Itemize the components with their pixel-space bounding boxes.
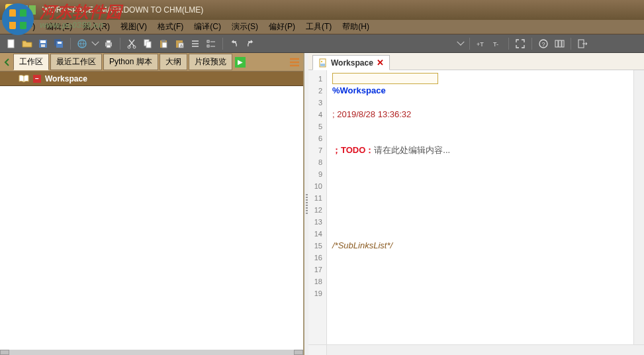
editor-tabbar: Workspace ✕ [308,53,644,70]
tab-nav-next-icon[interactable]: ▶ [235,57,246,68]
svg-rect-6 [40,40,46,43]
tab-snippet-preview[interactable]: 片段预览 [189,54,232,70]
menu-file[interactable]: 文件(F) [4,20,40,34]
svg-rect-14 [107,45,111,48]
svg-point-36 [321,60,322,62]
undo-button[interactable] [228,38,240,50]
line-number: 18 [310,276,322,287]
toolbar-separator [571,38,571,50]
menu-compile[interactable]: 编译(C) [189,20,226,34]
open-folder-button[interactable] [21,38,33,50]
columns-button[interactable] [553,38,565,50]
paste-button[interactable] [158,38,169,50]
horizontal-scrollbar[interactable] [0,350,303,355]
collapse-icon[interactable]: − [33,75,41,83]
editor-horizontal-scrollbar[interactable] [308,344,644,355]
svg-rect-20 [161,40,165,42]
code-todo-prefix: ； [332,145,341,155]
svg-rect-33 [562,40,564,47]
checklist-button[interactable] [205,38,217,50]
editor-tab-workspace[interactable]: Workspace ✕ [312,55,390,70]
line-number: 5 [310,121,322,132]
fullscreen-button[interactable] [514,38,526,50]
close-tab-icon[interactable]: ✕ [377,58,384,68]
svg-rect-18 [146,42,151,48]
svg-text:T-: T- [493,41,498,48]
list-button[interactable] [189,38,201,50]
svg-rect-4 [8,40,14,48]
font-increase-button[interactable]: +T [475,38,487,50]
titlebar: ☺ WORKSPACE - MARKDOWN TO CHM(LME) [0,0,644,20]
code-placeholder: /*SubLinksList*/ [332,240,392,250]
vertical-scrollbar[interactable] [633,70,644,344]
line-number: 19 [310,287,322,299]
tab-outline[interactable]: 大纲 [160,54,187,70]
line-number: 12 [310,204,322,216]
svg-rect-31 [555,40,558,47]
toolbar-separator [508,38,509,50]
line-number: 13 [310,216,322,228]
svg-text:?: ? [542,41,545,48]
svg-rect-37 [320,64,325,66]
browser-button[interactable] [76,38,88,50]
left-panel-tabbar: 工作区 最近工作区 Python 脚本 大纲 片段预览 ▶ [0,53,303,72]
svg-rect-10 [58,42,62,44]
paste-special-button[interactable]: a [173,38,185,50]
tab-nav-prev-icon[interactable] [3,58,12,67]
svg-rect-13 [107,40,111,43]
tab-python-script[interactable]: Python 脚本 [103,54,158,70]
menu-edit[interactable]: 编辑(E) [40,20,77,34]
editor-panel: Workspace ✕ 1234567891011121314151617181… [308,53,644,355]
code-directive: %Workspace [332,85,386,95]
menu-tools[interactable]: 工具(T) [300,20,337,34]
menu-insert[interactable]: 插入(R) [77,20,115,34]
exit-button[interactable] [576,38,588,50]
tree-root-label: Workspace [45,74,87,83]
new-file-button[interactable] [5,38,17,50]
copy-button[interactable] [142,38,154,50]
tree-body[interactable] [0,86,303,350]
svg-text:a: a [180,43,183,48]
book-icon [19,75,29,83]
help-button[interactable]: ? [537,38,549,50]
menu-help[interactable]: 帮助(H) [337,20,375,34]
current-line-highlight [332,73,438,84]
panel-menu-icon[interactable] [289,57,300,68]
tab-workspace[interactable]: 工作区 [13,54,49,70]
app-icon: ☺ [5,4,17,16]
line-number: 8 [310,156,322,168]
save-all-button[interactable] [53,38,65,50]
menu-view[interactable]: 视图(V) [115,20,152,34]
tree-root-row[interactable]: − Workspace [0,72,303,86]
font-decrease-button[interactable]: T- [491,38,503,50]
menu-pref[interactable]: 偏好(P) [263,20,300,34]
code-area[interactable]: %Workspace ; 2019/8/28 13:36:32 ；TODO：请在… [327,70,633,344]
document-icon [318,58,328,68]
window-title: WORKSPACE - MARKDOWN TO CHM(LME) [42,5,203,15]
line-number: 6 [310,132,322,144]
line-number: 10 [310,180,322,192]
line-number: 9 [310,168,322,180]
line-number: 1 [310,73,322,85]
line-number: 7 [310,144,322,156]
titlebar-mini-icons [21,5,36,15]
svg-rect-26 [207,45,209,47]
workarea: 工作区 最近工作区 Python 脚本 大纲 片段预览 ▶ − Workspac… [0,53,644,355]
tab-recent-workspace[interactable]: 最近工作区 [50,54,102,70]
print-button[interactable] [103,38,115,50]
menu-format[interactable]: 格式(F) [152,20,189,34]
code-timestamp: 2019/8/28 13:36:32 [337,109,411,119]
editor-body: 12345678910111213141516171819 %Workspace… [308,70,644,344]
code-todo-label: TODO： [341,145,374,155]
cut-button[interactable] [126,38,138,50]
left-panel: 工作区 最近工作区 Python 脚本 大纲 片段预览 ▶ − Workspac… [0,53,304,355]
toolbar: a +T T- ? [0,34,644,53]
svg-rect-21 [162,42,167,48]
save-button[interactable] [37,38,49,50]
redo-button[interactable] [244,38,256,50]
line-number: 17 [310,264,322,276]
browser-dropdown[interactable] [92,38,99,50]
menu-demo[interactable]: 演示(S) [226,20,263,34]
line-number: 14 [310,228,322,240]
toolbar-dropdown[interactable] [457,38,464,50]
